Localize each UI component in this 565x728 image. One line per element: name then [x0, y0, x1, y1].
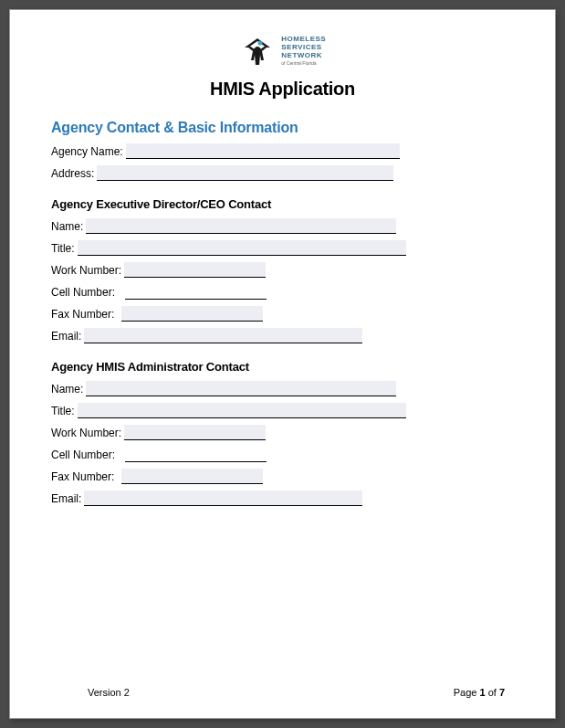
hsn-logo: HOMELESS SERVICES NETWORK of Central Flo… — [239, 33, 326, 69]
field-exec-name: Name: — [51, 216, 514, 234]
field-exec-cell: Cell Number: — [51, 282, 514, 300]
section-heading-exec: Agency Executive Director/CEO Contact — [51, 197, 514, 211]
section-heading-admin: Agency HMIS Administrator Contact — [51, 360, 514, 374]
input-admin-title[interactable] — [78, 403, 406, 418]
label-admin-title: Title: — [51, 405, 78, 418]
label-address: Address: — [51, 167, 97, 181]
label-exec-cell: Cell Number: — [51, 286, 118, 300]
input-admin-email[interactable] — [84, 491, 362, 506]
footer-page-total: 7 — [499, 687, 505, 698]
logo-line3: NETWORK — [281, 51, 326, 59]
section-heading-basic-info: Agency Contact & Basic Information — [51, 120, 514, 136]
logo-line1: HOMELESS — [281, 35, 326, 43]
field-exec-work: Work Number: — [51, 260, 514, 278]
input-exec-fax[interactable] — [121, 306, 263, 322]
logo-icon — [239, 33, 276, 69]
logo-container: HOMELESS SERVICES NETWORK of Central Flo… — [51, 33, 514, 69]
logo-subtitle: of Central Florida — [281, 59, 326, 68]
input-agency-name[interactable] — [126, 143, 400, 159]
input-exec-title[interactable] — [78, 240, 406, 256]
logo-text: HOMELESS SERVICES NETWORK of Central Flo… — [281, 35, 326, 68]
label-exec-fax: Fax Number: — [51, 308, 117, 322]
document-page: HOMELESS SERVICES NETWORK of Central Flo… — [9, 9, 556, 719]
svg-point-0 — [257, 41, 262, 46]
field-address: Address: — [51, 164, 514, 181]
input-admin-work[interactable] — [124, 425, 266, 440]
label-exec-email: Email: — [51, 330, 84, 343]
field-exec-fax: Fax Number: — [51, 304, 514, 322]
field-admin-fax: Fax Number: — [51, 467, 514, 484]
label-admin-cell: Cell Number: — [51, 448, 118, 462]
page-title: HMIS Application — [51, 79, 514, 100]
footer-page-label: Page — [454, 687, 480, 698]
field-admin-cell: Cell Number: — [51, 445, 514, 462]
input-admin-name[interactable] — [86, 381, 396, 396]
input-admin-cell[interactable] — [125, 447, 267, 462]
input-address[interactable] — [97, 165, 393, 181]
label-agency-name: Agency Name: — [51, 145, 126, 159]
logo-line2: SERVICES — [281, 43, 326, 51]
field-admin-work: Work Number: — [51, 423, 514, 440]
field-admin-title: Title: — [51, 401, 514, 418]
field-exec-title: Title: — [51, 238, 514, 256]
footer-page: Page 1 of 7 — [454, 687, 505, 698]
footer-version: Version 2 — [88, 687, 130, 698]
label-admin-work: Work Number: — [51, 427, 124, 440]
input-exec-name[interactable] — [86, 218, 396, 234]
label-admin-fax: Fax Number: — [51, 470, 117, 484]
label-exec-title: Title: — [51, 242, 78, 256]
field-admin-name: Name: — [51, 379, 514, 396]
label-admin-name: Name: — [51, 383, 86, 396]
label-exec-name: Name: — [51, 220, 86, 234]
input-admin-fax[interactable] — [121, 469, 263, 484]
page-footer: Version 2 Page 1 of 7 — [10, 687, 555, 698]
footer-page-sep: of — [486, 687, 499, 698]
field-admin-email: Email: — [51, 489, 514, 506]
field-agency-name: Agency Name: — [51, 142, 514, 159]
label-admin-email: Email: — [51, 492, 84, 506]
input-exec-work[interactable] — [124, 262, 266, 278]
label-exec-work: Work Number: — [51, 264, 124, 278]
input-exec-cell[interactable] — [125, 284, 267, 300]
field-exec-email: Email: — [51, 326, 514, 343]
input-exec-email[interactable] — [84, 328, 362, 343]
